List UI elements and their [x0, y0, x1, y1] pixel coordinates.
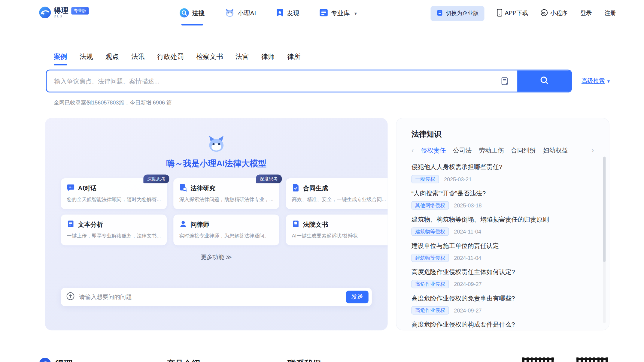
tab-cases[interactable]: 案例 [54, 53, 67, 65]
chat-icon [67, 184, 74, 193]
login-link[interactable]: 登录 [580, 10, 592, 17]
knowledge-title: 法律知识 [412, 129, 594, 139]
kn-tab-company-law[interactable]: 公司法 [453, 146, 472, 154]
register-label: 注册 [604, 10, 616, 17]
feature-card-ai-chat[interactable]: 深度思考 AI对话 您的全天候智能法律顾问，随时为您解答... [61, 178, 167, 209]
knowledge-question[interactable]: 高度危险作业侵权的免责事由有哪些? [412, 294, 594, 303]
page: 得理 DLS 专业版 法搜 小理AI 发现 [0, 0, 644, 362]
feature-card-text-analysis[interactable]: 文本分析 一键上传，即享专业解读服务，法律文书... [61, 215, 167, 246]
tab-admin-penalty[interactable]: 行政处罚 [157, 53, 184, 65]
legal-search-icon [179, 8, 189, 19]
kn-tab-labor[interactable]: 劳动工伤 [479, 146, 504, 154]
item-date: 2025-03-21 [444, 176, 472, 182]
mini-program-icon [541, 9, 548, 18]
brand-logo[interactable]: 得理 DLS 专业版 [39, 6, 89, 20]
brand-logo-icon [39, 6, 51, 20]
category-tag: 一般侵权 [412, 175, 439, 183]
more-features-link[interactable]: 更多功能 ≫ [45, 254, 388, 261]
chevron-right-icon[interactable]: › [592, 147, 594, 154]
feature-title: AI对话 [78, 184, 96, 192]
nav-item-fasou[interactable]: 法搜 [179, 0, 205, 27]
search-button[interactable] [517, 71, 571, 92]
item-date: 2024-11-04 [454, 228, 481, 235]
footer-column-heading: 联系我们 [288, 358, 321, 362]
top-navbar: 得理 DLS 专业版 法搜 小理AI 发现 [0, 0, 644, 27]
tab-law-firms[interactable]: 律所 [287, 53, 300, 65]
knowledge-item: “人肉搜索”“开盒”是否违法? 其他网络侵权 2025-03-18 [412, 189, 594, 210]
mascot-illustration [207, 134, 226, 154]
knowledge-question[interactable]: 侵犯他人人身权需承担哪些责任? [412, 163, 594, 171]
ask-question-input[interactable] [78, 293, 346, 301]
category-tag: 建筑物等侵权 [412, 228, 449, 236]
feature-card-ask-lawyer[interactable]: 问律师 实时连接专业律师，为您解答法律疑问。 [173, 215, 279, 246]
mini-program-link[interactable]: 小程序 [541, 9, 568, 18]
feature-title: 合同生成 [303, 184, 328, 192]
send-button[interactable]: 发送 [346, 291, 369, 303]
chevron-left-icon[interactable]: ‹ [412, 147, 414, 154]
feature-desc: 实时连接专业律师，为您解答法律疑问。 [179, 232, 274, 240]
register-link[interactable]: 注册 [604, 10, 616, 17]
chevron-down-icon: ▼ [606, 79, 611, 83]
knowledge-question[interactable]: 建设单位与施工单位的责任认定 [412, 242, 594, 250]
footer-logo-name: 得理 [55, 358, 73, 362]
doc-recognize-icon[interactable] [493, 71, 517, 92]
advanced-search-label: 高级检索 [582, 77, 605, 85]
contract-icon [292, 184, 299, 193]
feature-desc: AI一键生成要素起诉状/答辩状 [292, 232, 386, 240]
app-download-link[interactable]: APP下载 [497, 9, 528, 18]
deep-think-badge: 深度思考 [143, 174, 169, 183]
mascot-icon [225, 8, 235, 19]
phone-icon [497, 9, 502, 18]
knowledge-item: 高度危险作业侵权的免责事由有哪些? 高危作业侵权 2024-09-27 [412, 294, 594, 315]
knowledge-item: 高度危险作业侵权的构成要件是什么? [412, 320, 594, 329]
login-label: 登录 [580, 10, 592, 17]
feature-title: 法律研究 [190, 184, 215, 192]
knowledge-question[interactable]: 高度危险作业侵权的构成要件是什么? [412, 320, 594, 329]
tab-viewpoints[interactable]: 观点 [105, 53, 119, 65]
nav-item-pro-library[interactable]: 专业库 ▼ [319, 0, 358, 27]
knowledge-question[interactable]: 建筑物、构筑物等倒塌、塌陷损害责任的归责原则 [412, 215, 594, 224]
category-tag: 高危作业侵权 [412, 306, 449, 315]
category-tag: 其他网络侵权 [412, 201, 449, 210]
feature-title: 文本分析 [78, 221, 103, 228]
feature-card-court-docs[interactable]: 法院文书 AI一键生成要素起诉状/答辩状 [286, 215, 388, 246]
app-download-label: APP下载 [505, 10, 528, 17]
kn-tab-contract[interactable]: 合同纠纷 [511, 146, 536, 154]
tab-procuratorate-docs[interactable]: 检察文书 [196, 53, 223, 65]
ai-assistant-panel: 嗨～我是小理AI法律大模型 深度思考 AI对话 您的全天候智能法律顾问，随时为您… [45, 118, 388, 330]
kn-tab-women-children[interactable]: 妇幼权益 [543, 146, 568, 154]
feature-desc: 您的全天候智能法律顾问，随时为您解答... [67, 196, 161, 204]
nav-item-discover[interactable]: 发现 [276, 0, 299, 27]
scrollbar-track[interactable] [603, 157, 606, 323]
switch-enterprise-button[interactable]: 切换为企业版 [430, 6, 484, 21]
brand-name: 得理 [54, 7, 69, 14]
pro-edition-badge: 专业版 [71, 7, 89, 15]
deep-think-badge: 深度思考 [256, 174, 282, 183]
knowledge-question[interactable]: “人肉搜索”“开盒”是否违法? [412, 189, 594, 198]
upload-icon[interactable] [66, 292, 75, 302]
item-date: 2025-03-18 [454, 202, 481, 209]
knowledge-question[interactable]: 高度危险作业侵权责任主体如何认定? [412, 268, 594, 276]
tab-legal-news[interactable]: 法讯 [131, 53, 144, 65]
search-input[interactable] [47, 71, 493, 92]
footer-column-heading: 产品介绍 [167, 358, 200, 362]
feature-desc: 高效、精准、安全，一键生成专业级合同... [292, 196, 386, 204]
feature-title: 问律师 [190, 221, 209, 228]
knowledge-tabs: ‹ 侵权责任 公司法 劳动工伤 合同纠纷 妇幼权益 › [412, 146, 594, 154]
feature-card-legal-research[interactable]: 深度思考 法律研究 深入探索法律问题，助您精研法律专业，... [173, 178, 279, 209]
qr-code [576, 357, 608, 362]
ask-question-bar: 发送 [61, 288, 372, 306]
chevron-down-icon: ▼ [354, 11, 358, 16]
kn-tab-tort[interactable]: 侵权责任 [421, 146, 446, 154]
advanced-search-link[interactable]: 高级检索 ▼ [582, 77, 611, 85]
tab-judges[interactable]: 法官 [235, 53, 249, 65]
tab-lawyers[interactable]: 律师 [261, 53, 275, 65]
scrollbar-thumb[interactable] [603, 157, 606, 262]
tab-regulations[interactable]: 法规 [80, 53, 93, 65]
nav-item-xiaoli-ai[interactable]: 小理AI [225, 0, 256, 27]
double-chevron-right-icon: ≫ [226, 254, 232, 260]
feature-card-contract-gen[interactable]: 合同生成 高效、精准、安全，一键生成专业级合同... [286, 178, 388, 209]
knowledge-item: 高度危险作业侵权责任主体如何认定? 高危作业侵权 2024-09-27 [412, 268, 594, 288]
feature-desc: 一键上传，即享专业解读服务，法律文书... [67, 232, 161, 240]
page-footer: 得理 产品介绍 联系我们 [0, 357, 644, 362]
